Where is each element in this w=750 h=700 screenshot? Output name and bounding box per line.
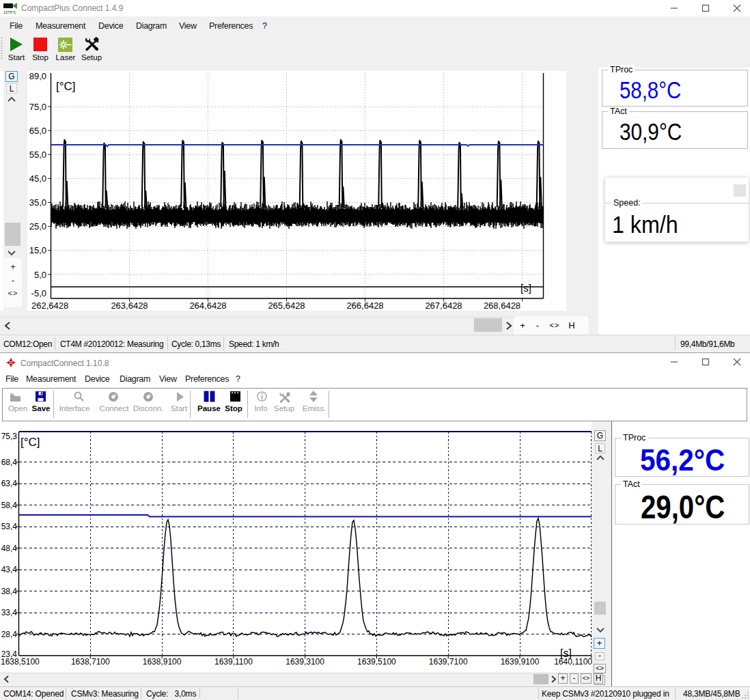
svg-text:[s]: [s] — [560, 647, 572, 659]
svg-text:267,6428: 267,6428 — [425, 300, 462, 311]
svg-text:25,0: 25,0 — [29, 221, 46, 232]
svg-text:1639,3100: 1639,3100 — [286, 657, 324, 667]
svg-text:1639,1100: 1639,1100 — [214, 657, 253, 667]
svg-text:15,0: 15,0 — [29, 245, 46, 255]
svg-text:68,4: 68,4 — [1, 458, 18, 467]
svg-text:1639,9100: 1639,9100 — [501, 657, 540, 667]
svg-text:63,4: 63,4 — [1, 479, 18, 488]
svg-text:89,0: 89,0 — [29, 71, 46, 81]
svg-text:1639,7100: 1639,7100 — [429, 657, 468, 667]
svg-text:1638,9100: 1638,9100 — [143, 657, 182, 667]
svg-text:1638,7100: 1638,7100 — [71, 657, 110, 667]
svg-text:263,6428: 263,6428 — [111, 300, 148, 311]
svg-text:48,4: 48,4 — [1, 544, 18, 553]
svg-text:5,0: 5,0 — [34, 270, 46, 280]
svg-text:75,3: 75,3 — [1, 432, 18, 441]
svg-text:65,0: 65,0 — [29, 126, 46, 136]
svg-text:75,0: 75,0 — [29, 102, 46, 112]
svg-text:265,6428: 265,6428 — [268, 300, 305, 311]
svg-text:28,4: 28,4 — [1, 630, 18, 639]
svg-text:33,4: 33,4 — [1, 608, 18, 617]
svg-text:[s]: [s] — [520, 282, 531, 294]
svg-text:43,4: 43,4 — [1, 565, 18, 574]
svg-text:-5,0: -5,0 — [31, 288, 46, 298]
svg-text:35,0: 35,0 — [29, 197, 46, 208]
svg-text:38,4: 38,4 — [1, 587, 18, 596]
svg-text:266,6428: 266,6428 — [346, 300, 383, 311]
svg-text:264,6428: 264,6428 — [189, 300, 226, 311]
svg-text:1638,5100: 1638,5100 — [1, 657, 40, 667]
svg-text:45,0: 45,0 — [29, 173, 46, 184]
svg-text:262,6428: 262,6428 — [31, 300, 68, 311]
svg-text:[°C]: [°C] — [20, 436, 40, 449]
svg-text:268,6428: 268,6428 — [484, 300, 520, 311]
svg-text:55,0: 55,0 — [29, 150, 46, 160]
svg-text:53,4: 53,4 — [1, 522, 18, 531]
svg-text:58,4: 58,4 — [1, 501, 18, 510]
svg-text:1639,5100: 1639,5100 — [357, 657, 396, 667]
svg-text:[°C]: [°C] — [56, 80, 76, 93]
svg-text:1275°C: 1275°C — [3, 10, 16, 14]
